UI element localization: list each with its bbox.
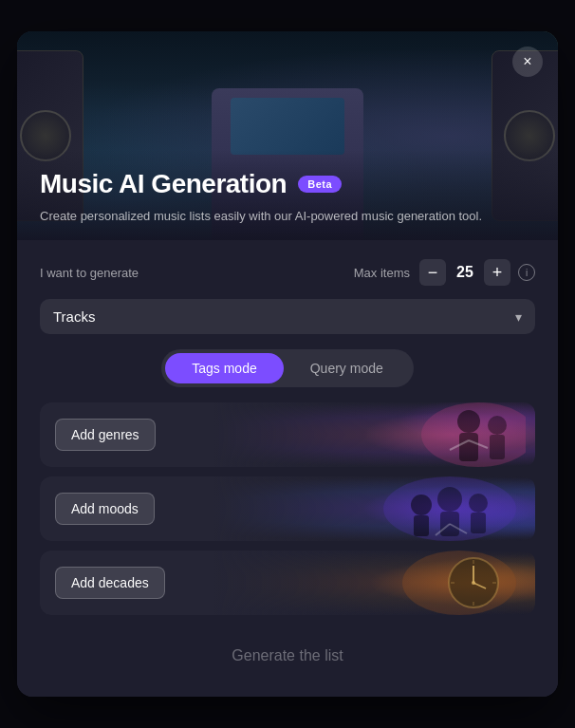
- add-moods-button[interactable]: Add moods: [55, 493, 155, 525]
- genres-figures: [326, 402, 535, 467]
- beta-badge: Beta: [298, 176, 342, 193]
- svg-rect-4: [490, 435, 505, 459]
- svg-rect-2: [459, 433, 478, 461]
- svg-point-3: [488, 416, 507, 435]
- generate-list-button[interactable]: Generate the list: [40, 634, 535, 678]
- header-content: Music AI Generation Beta Create personal…: [17, 150, 558, 241]
- modal-overlay: × Music AI Generation Beta Create person…: [0, 0, 575, 728]
- moods-row: Add moods: [40, 476, 535, 541]
- title-row: Music AI Generation Beta: [40, 169, 535, 199]
- svg-point-8: [411, 495, 432, 515]
- genres-art: [336, 402, 526, 467]
- add-genres-button[interactable]: Add genres: [55, 419, 156, 451]
- generate-controls: I want to generate Max items − 25 + i: [40, 259, 535, 286]
- svg-point-12: [469, 494, 488, 513]
- max-items-group: Max items − 25 + i: [354, 259, 535, 286]
- close-button[interactable]: ×: [512, 47, 543, 77]
- modal-subtitle: Create personalized music lists easily w…: [40, 207, 535, 226]
- modal-title: Music AI Generation: [40, 169, 287, 199]
- modal-header: × Music AI Generation Beta Create person…: [17, 31, 558, 240]
- modal-container: × Music AI Generation Beta Create person…: [17, 31, 558, 697]
- add-decades-button[interactable]: Add decades: [55, 567, 165, 599]
- svg-point-1: [457, 410, 480, 433]
- stepper-plus-button[interactable]: +: [484, 259, 510, 286]
- tags-section: Add genres: [40, 402, 535, 615]
- stepper-value: 25: [448, 264, 482, 281]
- stepper-minus-button[interactable]: −: [419, 259, 446, 286]
- decades-row: Add decades: [40, 551, 535, 615]
- svg-rect-13: [471, 513, 486, 533]
- max-items-label: Max items: [354, 266, 410, 280]
- decades-art: [326, 551, 516, 615]
- genres-row: Add genres: [40, 402, 535, 467]
- stepper: − 25 +: [419, 259, 510, 286]
- type-value: Tracks: [53, 308, 95, 325]
- query-mode-button[interactable]: Query mode: [284, 353, 410, 383]
- info-icon[interactable]: i: [518, 264, 535, 281]
- mode-toggle: Tags mode Query mode: [161, 349, 414, 387]
- moods-figures: [326, 476, 535, 541]
- svg-point-10: [437, 487, 462, 512]
- tags-mode-button[interactable]: Tags mode: [165, 353, 283, 383]
- svg-rect-9: [414, 515, 429, 536]
- modal-body: I want to generate Max items − 25 + i Tr…: [17, 240, 558, 697]
- decades-figures: [326, 551, 535, 615]
- generate-label: I want to generate: [40, 266, 139, 280]
- type-selector[interactable]: Tracks ▾: [40, 299, 535, 334]
- chevron-down-icon: ▾: [515, 309, 522, 325]
- moods-art: [326, 476, 516, 541]
